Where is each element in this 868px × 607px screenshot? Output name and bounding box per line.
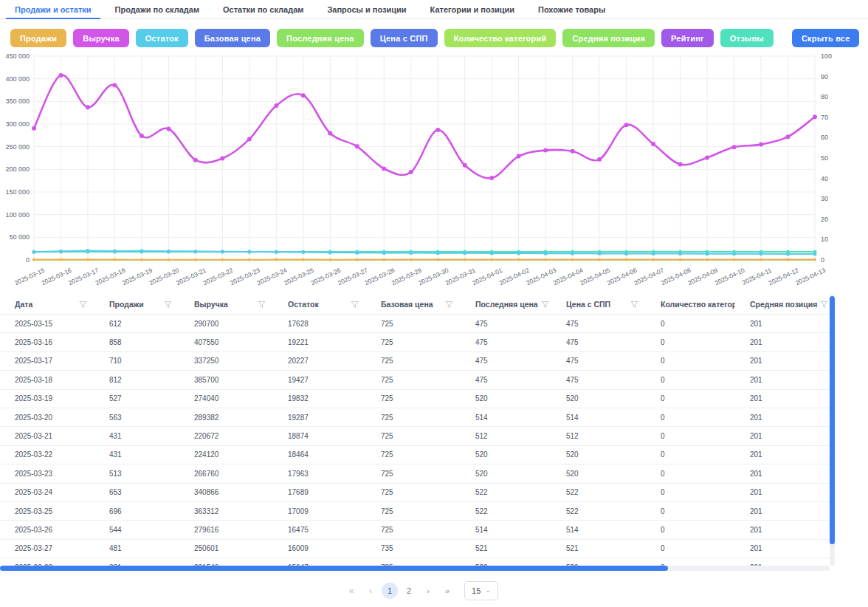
horizontal-scrollbar[interactable] <box>0 566 830 571</box>
table-cell: 520 <box>461 450 551 459</box>
chip-reviews[interactable]: Отзывы <box>720 29 774 47</box>
column-header: Цена с СПП <box>551 300 646 309</box>
tab-queries-positions[interactable]: Запросы и позиции <box>324 0 409 18</box>
table-cell: 2025-03-21 <box>0 432 94 440</box>
table-cell: 0 <box>646 470 735 478</box>
table-cell: 653 <box>94 488 179 496</box>
chip-revenue[interactable]: Выручка <box>73 29 128 47</box>
table-cell: 475 <box>461 376 551 384</box>
table-row[interactable]: 2025-03-24653340866176897255225220201 <box>0 484 830 502</box>
filter-icon[interactable] <box>79 301 87 309</box>
pagination: « ‹ 12 › » 15 ⌄ <box>0 581 841 600</box>
chip-stock[interactable]: Остаток <box>136 29 188 47</box>
svg-text:90: 90 <box>821 73 828 80</box>
chip-sales[interactable]: Продажи <box>10 29 66 47</box>
table-cell: 725 <box>366 488 461 496</box>
page-size-select[interactable]: 15 ⌄ <box>464 581 498 600</box>
table-row[interactable]: 2025-03-19527274040198327255205200201 <box>0 390 830 408</box>
column-header-label: Базовая цена <box>381 300 433 309</box>
table-row[interactable]: 2025-03-15612290700176287254754750201 <box>0 315 830 333</box>
filter-icon[interactable] <box>258 301 266 309</box>
filter-icon[interactable] <box>445 301 453 309</box>
table-row[interactable]: 2025-03-23513266760179637255205200201 <box>0 464 830 483</box>
table-cell: 431 <box>94 450 179 459</box>
table-cell: 0 <box>646 450 735 459</box>
table-row[interactable]: 2025-03-17710337250202277254754750201 <box>0 352 830 371</box>
table-cell: 2025-03-23 <box>0 470 94 478</box>
svg-text:2025-04-09: 2025-04-09 <box>686 267 719 287</box>
svg-text:450 000: 450 000 <box>5 52 30 60</box>
vertical-scrollbar-thumb[interactable] <box>830 296 835 544</box>
table-cell: 0 <box>646 432 735 440</box>
svg-text:30: 30 <box>821 195 828 202</box>
pagination-page-2[interactable]: 2 <box>401 583 417 599</box>
svg-text:100: 100 <box>821 52 832 60</box>
page-size-value: 15 <box>472 586 480 595</box>
pagination-last-button[interactable]: » <box>439 583 455 599</box>
table-row[interactable]: 2025-03-18812385700194277254754750201 <box>0 371 830 389</box>
pagination-next-button[interactable]: › <box>420 583 436 599</box>
chip-base-price[interactable]: Базовая цена <box>195 29 270 47</box>
svg-text:2025-03-24: 2025-03-24 <box>256 267 289 287</box>
table-cell: 0 <box>646 414 735 422</box>
filter-icon[interactable] <box>541 301 549 309</box>
table-row[interactable]: 2025-03-25696363312170097255225220201 <box>0 502 830 521</box>
svg-text:2025-03-22: 2025-03-22 <box>202 267 235 287</box>
table-cell: 725 <box>366 432 461 440</box>
table-cell: 289382 <box>179 414 273 422</box>
sales-stocks-chart[interactable]: 050 000100 000150 000200 000250 000300 0… <box>0 50 868 295</box>
table-cell: 19287 <box>273 414 366 422</box>
svg-text:2025-04-01: 2025-04-01 <box>471 267 503 287</box>
filter-icon[interactable] <box>820 301 828 309</box>
table-cell: 19427 <box>273 376 366 384</box>
svg-text:400 000: 400 000 <box>5 75 30 83</box>
svg-text:2025-03-30: 2025-03-30 <box>417 267 450 287</box>
table-cell: 0 <box>646 394 735 402</box>
filter-icon[interactable] <box>164 301 172 309</box>
table-cell: 250601 <box>179 544 273 552</box>
tab-sales-stocks[interactable]: Продажи и остатки <box>12 0 94 18</box>
tab-sales-by-warehouse[interactable]: Продажи по складам <box>112 0 202 18</box>
svg-text:2025-03-29: 2025-03-29 <box>390 267 423 287</box>
table-row[interactable]: 2025-03-22431224120184647255205200201 <box>0 446 830 464</box>
table-cell: 858 <box>94 338 179 346</box>
table-cell: 0 <box>646 338 735 346</box>
filter-icon[interactable] <box>630 301 638 309</box>
table-row[interactable]: 2025-03-26544279616164757255145140201 <box>0 521 830 539</box>
table-row[interactable]: 2025-03-20563289382192877255145140201 <box>0 408 830 427</box>
table-cell: 475 <box>551 376 646 384</box>
filter-icon[interactable] <box>351 301 359 309</box>
pagination-page-1[interactable]: 1 <box>382 583 398 599</box>
tab-similar-products[interactable]: Похожие товары <box>535 0 608 18</box>
pagination-first-button[interactable]: « <box>343 583 359 599</box>
chip-hide-all[interactable]: Скрыть все <box>792 29 860 47</box>
chip-rating[interactable]: Рейтинг <box>661 29 714 47</box>
table-cell: 431 <box>94 432 179 440</box>
svg-text:2025-03-28: 2025-03-28 <box>363 267 396 287</box>
table-cell: 696 <box>94 507 179 515</box>
table-cell: 475 <box>461 338 551 346</box>
table-cell: 520 <box>461 470 551 478</box>
table-row[interactable]: 2025-03-21431220672188747255125120201 <box>0 427 830 445</box>
pagination-prev-button[interactable]: ‹ <box>362 583 379 599</box>
vertical-scrollbar[interactable] <box>830 295 835 566</box>
tab-categories-positions[interactable]: Категории и позиции <box>427 0 517 18</box>
svg-text:350 000: 350 000 <box>5 97 30 105</box>
table-row[interactable]: 2025-03-16858407550192217254754750201 <box>0 333 830 351</box>
svg-text:2025-03-15: 2025-03-15 <box>13 267 46 287</box>
table-cell: 201 <box>735 357 830 365</box>
tab-stocks-by-warehouse[interactable]: Остатки по складам <box>220 0 306 18</box>
chip-categories-count[interactable]: Количество категорий <box>444 29 557 47</box>
metrics-table: ДатаПродажиВыручкаОстатокБазовая ценаПос… <box>0 295 830 571</box>
table-cell: 2025-03-16 <box>0 338 94 346</box>
table-cell: 224120 <box>179 450 273 459</box>
table-row[interactable]: 2025-03-27481250601160097355215210201 <box>0 540 830 558</box>
table-cell: 20227 <box>273 357 366 365</box>
chip-last-price[interactable]: Последняя цена <box>277 29 364 47</box>
table-cell: 725 <box>366 414 461 422</box>
svg-text:2025-03-19: 2025-03-19 <box>121 267 154 287</box>
table-cell: 475 <box>461 320 551 328</box>
chip-price-spp[interactable]: Цена с СПП <box>371 29 438 47</box>
chip-avg-position[interactable]: Средняя позиция <box>562 29 655 47</box>
horizontal-scrollbar-thumb[interactable] <box>0 566 668 571</box>
